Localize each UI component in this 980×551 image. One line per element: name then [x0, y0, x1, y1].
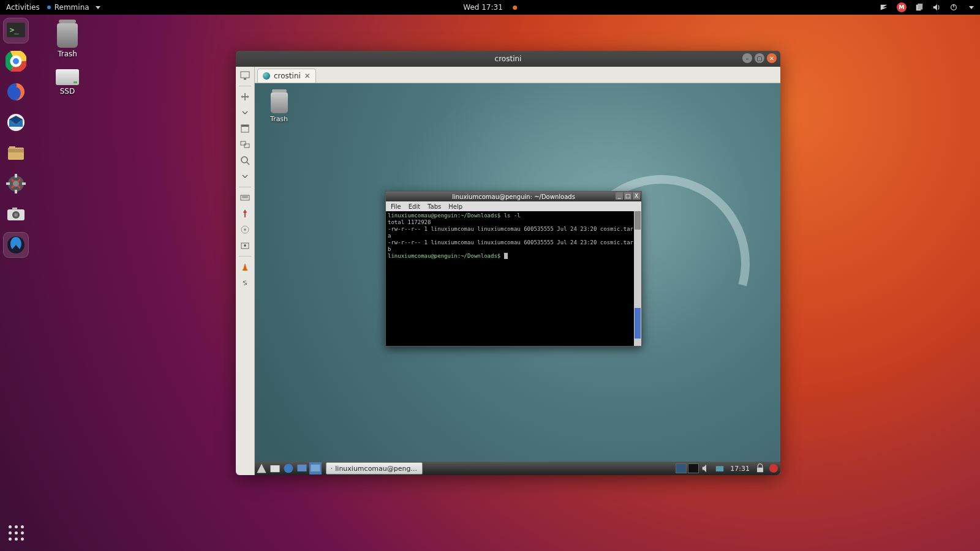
power-icon[interactable]: [949, 3, 958, 12]
svg-rect-47: [311, 465, 320, 471]
terminal-close-button[interactable]: X: [633, 192, 640, 200]
remmina-window: crostini – ▢ ✕: [236, 51, 780, 475]
svg-rect-29: [244, 78, 246, 80]
terminal-maximize-button[interactable]: □: [624, 192, 631, 200]
notification-dot-icon: [513, 6, 517, 10]
guest-desktop[interactable]: Trash linuxiumcomau@penguin: ~/Downloads…: [255, 83, 780, 475]
system-menu-chevron-icon[interactable]: [969, 6, 974, 9]
tool-switch-icon[interactable]: [238, 137, 252, 152]
remmina-icon: [47, 6, 51, 9]
tool-vlc-icon[interactable]: [238, 260, 252, 274]
svg-rect-44: [271, 465, 280, 472]
remmina-tab-crostini[interactable]: crostini ✕: [257, 69, 316, 83]
dock-chrome[interactable]: [4, 49, 28, 73]
dock-terminal[interactable]: >_: [4, 18, 28, 43]
tool-zoom-icon[interactable]: [238, 153, 252, 168]
panel-task-terminal[interactable]: >_ linuxiumcomau@peng...: [326, 462, 423, 474]
globe-icon: [263, 72, 270, 80]
tool-grab-icon[interactable]: [238, 222, 252, 237]
files-tray-icon[interactable]: [915, 3, 924, 12]
svg-rect-28: [241, 72, 249, 78]
guest-panel: >_ linuxiumcomau@peng... 17:31: [255, 462, 780, 475]
svg-rect-26: [12, 208, 17, 210]
svg-rect-15: [8, 149, 24, 152]
guest-trash-label: Trash: [270, 115, 288, 123]
window-minimize-button[interactable]: –: [742, 53, 752, 63]
clock-label[interactable]: Wed 17:31: [463, 3, 503, 12]
terminal-menubar: File Edit Tabs Help: [386, 201, 641, 211]
panel-task-label: linuxiumcomau@peng...: [335, 465, 417, 473]
panel-pager-2[interactable]: [688, 463, 699, 473]
panel-clock[interactable]: 17:31: [726, 465, 753, 473]
remmina-titlebar[interactable]: crostini – ▢ ✕: [236, 51, 780, 67]
tool-disconnect-icon[interactable]: [238, 276, 252, 290]
tool-scale-icon[interactable]: [238, 89, 252, 104]
remmina-tabbar: crostini ✕: [255, 67, 780, 83]
tool-fullscreen-icon[interactable]: [238, 121, 252, 136]
svg-rect-21: [6, 182, 10, 185]
panel-files-icon[interactable]: [269, 462, 281, 474]
desktop-trash[interactable]: Trash: [46, 23, 89, 58]
trash-icon: [271, 92, 288, 113]
volume-icon[interactable]: [932, 3, 941, 12]
desktop-ssd-label: SSD: [60, 87, 75, 96]
terminal-body[interactable]: linuxiumcomau@penguin:~/Downloads$ ls -l…: [386, 211, 634, 346]
tool-screenshot-icon[interactable]: [238, 238, 252, 253]
ubuntu-dock: >_: [0, 15, 32, 551]
menu-help[interactable]: Help: [448, 203, 462, 210]
window-close-button[interactable]: ✕: [767, 53, 777, 63]
panel-web-icon[interactable]: [282, 462, 295, 474]
terminal-window: linuxiumcomau@penguin: ~/Downloads _ □ X…: [385, 191, 642, 347]
tool-keyboard-icon[interactable]: [238, 190, 252, 205]
remmina-toolbar: [236, 67, 255, 475]
panel-power-icon[interactable]: [769, 464, 778, 473]
dock-firefox[interactable]: [4, 80, 28, 104]
dock-show-apps[interactable]: [4, 520, 28, 545]
svg-rect-50: [716, 466, 724, 471]
panel-network-icon[interactable]: [714, 462, 726, 474]
dock-settings[interactable]: [4, 171, 28, 196]
panel-pager-1[interactable]: [676, 463, 687, 473]
svg-point-34: [241, 157, 247, 163]
tool-display-icon[interactable]: [238, 68, 252, 83]
tool-chevron-down2-icon[interactable]: [238, 169, 252, 184]
menu-tabs[interactable]: Tabs: [428, 203, 441, 210]
svg-rect-1: [918, 4, 922, 10]
panel-desktop-icon[interactable]: [309, 462, 322, 474]
terminal-minimize-button[interactable]: _: [616, 192, 623, 200]
panel-volume-icon[interactable]: [700, 462, 712, 474]
zorin-icon[interactable]: [880, 3, 888, 12]
svg-point-40: [244, 228, 246, 231]
dock-screenshot[interactable]: [4, 202, 28, 227]
panel-lock-icon[interactable]: [754, 462, 766, 474]
svg-rect-43: [243, 269, 247, 271]
tool-pin-icon[interactable]: [238, 206, 252, 221]
activities-button[interactable]: Activities: [6, 3, 40, 12]
tab-close-icon[interactable]: ✕: [304, 72, 311, 80]
svg-point-42: [244, 244, 246, 247]
svg-text:>_: >_: [331, 467, 332, 469]
window-maximize-button[interactable]: ▢: [755, 53, 764, 63]
svg-rect-19: [15, 174, 17, 178]
desktop-ssd[interactable]: SSD: [46, 69, 89, 96]
svg-line-35: [247, 162, 249, 165]
terminal-titlebar[interactable]: linuxiumcomau@penguin: ~/Downloads _ □ X: [386, 192, 641, 201]
terminal-title: linuxiumcomau@penguin: ~/Downloads: [452, 193, 575, 200]
menu-edit[interactable]: Edit: [409, 203, 420, 210]
tool-chevron-down-icon[interactable]: [238, 105, 252, 120]
menu-file[interactable]: File: [391, 203, 401, 210]
appmenu-label: Remmina: [55, 3, 89, 12]
dock-remmina[interactable]: [4, 233, 28, 257]
svg-rect-22: [22, 182, 26, 185]
gmail-icon[interactable]: M: [897, 2, 907, 12]
dock-files[interactable]: [4, 141, 28, 165]
terminal-scrollbar[interactable]: [634, 211, 641, 346]
svg-rect-51: [757, 468, 763, 473]
guest-trash[interactable]: Trash: [270, 92, 288, 123]
appmenu-button[interactable]: Remmina: [47, 3, 100, 12]
dock-thunderbird[interactable]: [4, 110, 28, 135]
panel-menu-button[interactable]: [255, 462, 268, 474]
remmina-title: crostini: [495, 54, 522, 63]
desktop-trash-label: Trash: [58, 50, 77, 58]
panel-iconify-icon[interactable]: [296, 462, 308, 474]
